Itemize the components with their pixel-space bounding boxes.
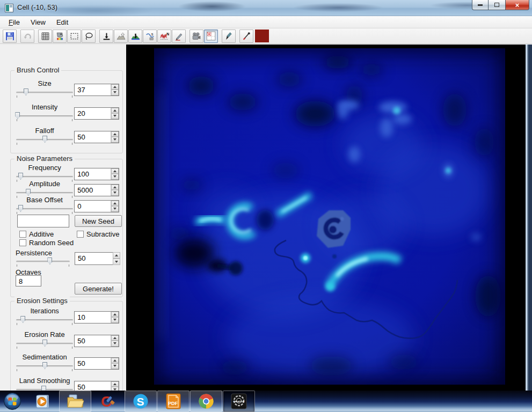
spin-up[interactable] <box>111 381 119 387</box>
noise-button[interactable]: N <box>157 30 171 43</box>
flatten-button[interactable] <box>99 30 113 43</box>
lower-terrain-button[interactable] <box>128 30 142 43</box>
spin-up[interactable] <box>111 201 119 207</box>
spin-up[interactable] <box>111 185 119 190</box>
palette-button[interactable] <box>53 30 67 43</box>
intensity-slider-thumb[interactable] <box>15 112 20 119</box>
random-seed-checkbox-box[interactable] <box>19 239 26 246</box>
size-slider[interactable] <box>15 89 74 98</box>
sign-pen-button[interactable] <box>172 30 186 43</box>
spin-down[interactable] <box>111 317 119 323</box>
maximize-button[interactable] <box>489 0 505 10</box>
menu-file[interactable]: File <box>3 17 25 27</box>
iterations-slider[interactable] <box>15 316 74 326</box>
subractive-checkbox[interactable]: Subractive <box>77 230 119 238</box>
size-slider-thumb[interactable] <box>24 89 28 95</box>
taskbar-creation-kit[interactable]: CREATION <box>223 391 255 412</box>
spin-up[interactable] <box>111 131 119 137</box>
spin-down[interactable] <box>111 137 119 143</box>
generate-button[interactable]: Generate! <box>75 283 122 295</box>
raise-terrain-button[interactable] <box>114 30 128 43</box>
iterations-label: Iterations <box>15 307 74 315</box>
erosion-rate-spinner[interactable]: 50 <box>74 335 119 347</box>
save-button[interactable] <box>3 30 17 43</box>
taskbar-explorer[interactable] <box>59 391 91 412</box>
amplitude-slider-thumb[interactable] <box>26 189 31 196</box>
skype-icon: S <box>132 392 150 410</box>
base-offset-spinner[interactable]: 0 <box>74 200 119 212</box>
spin-up[interactable] <box>113 252 120 259</box>
grid-button[interactable] <box>38 30 52 43</box>
erosion-settings-legend: Erosion Settings <box>14 297 70 305</box>
sedimentation-slider[interactable] <box>15 362 74 372</box>
seed-input[interactable] <box>17 215 69 227</box>
additive-checkbox[interactable]: Additive <box>19 230 54 238</box>
sedimentation-slider-thumb[interactable] <box>42 362 47 369</box>
spin-up[interactable] <box>111 358 119 364</box>
erosion-rate-slider-thumb[interactable] <box>42 340 47 347</box>
base-offset-slider[interactable] <box>15 205 74 215</box>
subractive-checkbox-box[interactable] <box>77 231 84 238</box>
additive-checkbox-box[interactable] <box>19 231 26 238</box>
rect-select-button[interactable] <box>67 30 81 43</box>
spin-up[interactable] <box>111 168 119 174</box>
smooth-button[interactable]: s <box>143 30 157 43</box>
menu-edit[interactable]: Edit <box>51 17 74 27</box>
app-icon <box>5 4 13 12</box>
close-button[interactable]: × <box>505 0 529 10</box>
taskbar-pdf-creator[interactable]: PDF <box>157 391 190 412</box>
spin-down[interactable] <box>111 90 119 95</box>
lasso-select-button[interactable] <box>82 30 96 43</box>
size-spinner[interactable]: 37 <box>74 84 119 96</box>
taskbar-chrome[interactable] <box>190 391 222 412</box>
taskbar-skype[interactable]: S <box>125 391 157 412</box>
octaves-input[interactable]: 8 <box>16 275 41 286</box>
spin-down[interactable] <box>111 206 119 212</box>
iterations-slider-thumb[interactable] <box>20 316 25 323</box>
map-canvas[interactable] <box>126 45 526 391</box>
color-swatch[interactable] <box>255 30 269 42</box>
start-button[interactable] <box>1 391 24 411</box>
spin-up[interactable] <box>111 108 119 114</box>
heightmap-view[interactable] <box>154 48 505 385</box>
persistence-spin-buttons[interactable] <box>113 252 120 265</box>
camera-button[interactable] <box>190 30 203 43</box>
amplitude-spinner[interactable]: 5000 <box>74 184 119 196</box>
falloff-slider[interactable] <box>15 136 74 145</box>
taskbar-ccleaner[interactable]: C <box>92 391 124 412</box>
frequency-spinner[interactable]: 100 <box>74 168 119 180</box>
spin-down[interactable] <box>111 174 119 180</box>
random-seed-checkbox[interactable]: Random Seed <box>19 239 74 247</box>
spin-down[interactable] <box>113 259 120 265</box>
intensity-spinner[interactable]: 20 <box>74 107 119 120</box>
spin-down[interactable] <box>111 363 119 369</box>
raise-terrain-icon <box>116 32 126 41</box>
spin-down[interactable] <box>111 113 119 119</box>
falloff-slider-thumb[interactable] <box>42 136 47 143</box>
minimize-button[interactable] <box>472 0 489 10</box>
new-seed-button[interactable]: New Seed <box>75 215 122 227</box>
svg-text:C: C <box>101 393 112 410</box>
base-offset-slider-thumb[interactable] <box>18 205 23 212</box>
spin-up[interactable] <box>111 84 119 90</box>
persistence-field[interactable]: 50 <box>75 252 113 265</box>
spin-up[interactable] <box>111 335 119 341</box>
brush-button[interactable] <box>222 30 236 43</box>
spin-down[interactable] <box>111 341 119 347</box>
persistence-slider-thumb[interactable] <box>47 258 52 264</box>
menu-view[interactable]: View <box>25 17 51 27</box>
title-bar[interactable]: Cell (-10, 53) × <box>0 0 532 16</box>
persistence-slider[interactable] <box>15 258 71 267</box>
iterations-spinner[interactable]: 10 <box>74 311 119 323</box>
erosion-rate-slider[interactable] <box>15 340 74 349</box>
sedimentation-spinner[interactable]: 50 <box>74 357 119 370</box>
svg-text:s: s <box>151 32 153 36</box>
eyedropper-button[interactable] <box>239 30 253 43</box>
falloff-spinner[interactable]: 50 <box>74 131 119 143</box>
frequency-slider-thumb[interactable] <box>18 173 23 180</box>
intensity-slider[interactable] <box>15 112 74 122</box>
spin-up[interactable] <box>111 312 119 318</box>
spin-down[interactable] <box>111 190 119 196</box>
frame-overlay-button[interactable] <box>204 30 218 43</box>
taskbar-media-player[interactable] <box>26 391 59 412</box>
